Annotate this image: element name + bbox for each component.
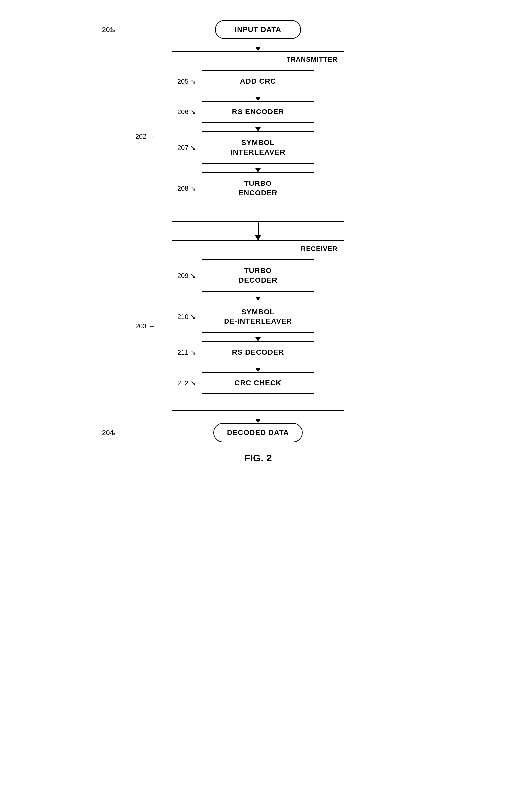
ref-211: 211 ↘ [177,348,196,356]
input-data-row: 201 ↘ INPUT DATA [129,20,387,39]
ref-207: 207 ↘ [177,144,196,152]
add-crc-label: ADD CRC [240,77,276,85]
symbol-deinterleaver-label: SYMBOLDE-INTERLEAVER [224,308,292,325]
symbol-deinterleaver-row: 210 ↘ SYMBOLDE-INTERLEAVER [182,301,334,333]
ref-208: 208 ↘ [177,184,196,193]
symbol-interleaver-label: SYMBOLINTERLEAVER [231,138,285,156]
turbo-encoder-box: TURBOENCODER [202,172,314,204]
decoded-data-label: DECODED DATA [227,428,289,437]
turbo-encoder-row: 208 ↘ TURBOENCODER [182,172,334,204]
rs-decoder-box: RS DECODER [202,342,314,364]
rs-encoder-row: 206 ↘ RS ENCODER [182,101,334,123]
turbo-decoder-box: TURBODECODER [202,260,314,292]
ref-202: 202 → [135,133,155,140]
arrow-crc-to-rs [258,92,259,101]
figure-label: FIG. 2 [244,452,272,464]
input-data-label: INPUT DATA [235,25,281,33]
ref-212: 212 ↘ [177,379,196,387]
ref-206: 206 ↘ [177,108,196,116]
transmitter-wrapper: 202 → TRANSMITTER 205 ↘ ADD CRC 206 ↘ RS… [172,51,344,222]
rs-encoder-box: RS ENCODER [202,101,314,123]
ref-210: 210 ↘ [177,313,196,321]
symbol-interleaver-box: SYMBOLINTERLEAVER [202,132,314,164]
add-crc-row: 205 ↘ ADD CRC [182,70,334,92]
ref-201-arrow: ↘ [111,26,116,33]
crc-check-row: 212 ↘ CRC CHECK [182,372,334,394]
crc-check-box: CRC CHECK [202,372,314,394]
receiver-wrapper: 203 → RECEIVER 209 ↘ TURBODECODER 210 ↘ … [172,240,344,411]
arrow-rs-to-sym [258,123,259,132]
ref-204-arrow: ↘ [111,429,116,436]
arrow-transmitter-to-receiver [258,222,259,240]
arrow-rs-dec-to-crc [258,364,259,372]
rs-decoder-label: RS DECODER [232,348,284,356]
decoded-data-row: 204 ↘ DECODED DATA [129,423,387,442]
turbo-decoder-label: TURBODECODER [238,266,277,284]
ref-209: 209 ↘ [177,272,196,280]
arrow-input-to-transmitter [258,39,259,51]
symbol-deinterleaver-box: SYMBOLDE-INTERLEAVER [202,301,314,333]
arrow-receiver-to-decoded [258,411,259,423]
diagram: 201 ↘ INPUT DATA 202 → TRANSMITTER 205 ↘… [129,20,387,464]
receiver-label: RECEIVER [301,245,338,253]
symbol-interleaver-row: 207 ↘ SYMBOLINTERLEAVER [182,132,334,164]
input-data-box: INPUT DATA [215,20,301,39]
transmitter-box: TRANSMITTER 205 ↘ ADD CRC 206 ↘ RS ENCOD… [172,51,344,222]
turbo-encoder-label: TURBOENCODER [238,179,277,197]
rs-decoder-row: 211 ↘ RS DECODER [182,342,334,364]
turbo-decoder-row: 209 ↘ TURBODECODER [182,260,334,292]
arrow-sym-de-to-rs-dec [258,333,259,342]
receiver-box: RECEIVER 209 ↘ TURBODECODER 210 ↘ SYMBOL… [172,240,344,411]
ref-205: 205 ↘ [177,77,196,85]
ref-203: 203 → [135,322,155,329]
arrow-turbo-dec-to-sym-de [258,292,259,301]
add-crc-box: ADD CRC [202,70,314,92]
transmitter-label: TRANSMITTER [286,56,338,63]
crc-check-label: CRC CHECK [235,379,281,387]
rs-encoder-label: RS ENCODER [232,108,284,116]
arrow-sym-to-turbo [258,164,259,172]
decoded-data-box: DECODED DATA [213,423,303,442]
